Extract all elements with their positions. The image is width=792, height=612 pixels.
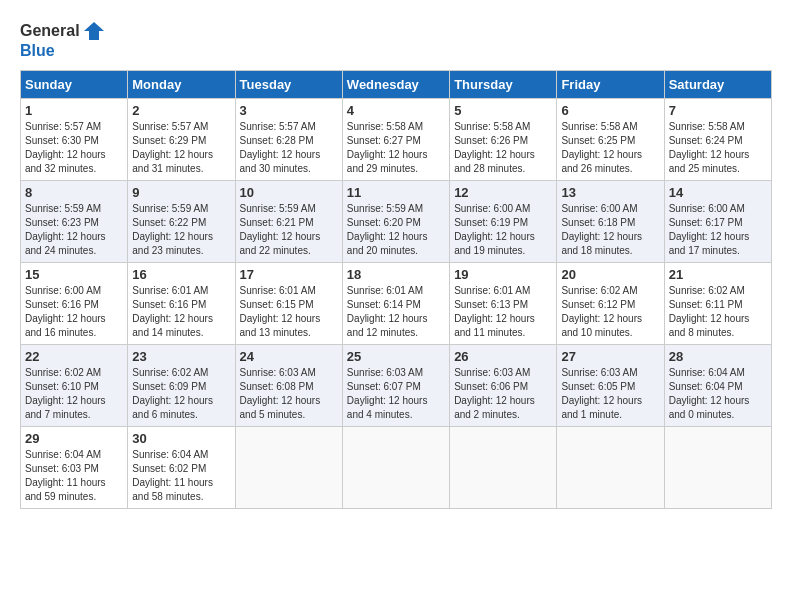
cell-content: Sunrise: 6:03 AM Sunset: 6:07 PM Dayligh…	[347, 366, 445, 422]
cell-content: Sunrise: 6:02 AM Sunset: 6:12 PM Dayligh…	[561, 284, 659, 340]
table-row: 20 Sunrise: 6:02 AM Sunset: 6:12 PM Dayl…	[557, 262, 664, 344]
table-row: 11 Sunrise: 5:59 AM Sunset: 6:20 PM Dayl…	[342, 180, 449, 262]
day-header-wednesday: Wednesday	[342, 70, 449, 98]
table-row: 6 Sunrise: 5:58 AM Sunset: 6:25 PM Dayli…	[557, 98, 664, 180]
table-row: 27 Sunrise: 6:03 AM Sunset: 6:05 PM Dayl…	[557, 344, 664, 426]
day-number: 6	[561, 103, 659, 118]
table-row: 22 Sunrise: 6:02 AM Sunset: 6:10 PM Dayl…	[21, 344, 128, 426]
cell-content: Sunrise: 6:00 AM Sunset: 6:19 PM Dayligh…	[454, 202, 552, 258]
day-number: 16	[132, 267, 230, 282]
cell-content: Sunrise: 6:02 AM Sunset: 6:11 PM Dayligh…	[669, 284, 767, 340]
cell-content: Sunrise: 5:57 AM Sunset: 6:29 PM Dayligh…	[132, 120, 230, 176]
day-number: 7	[669, 103, 767, 118]
day-number: 28	[669, 349, 767, 364]
day-number: 3	[240, 103, 338, 118]
day-number: 11	[347, 185, 445, 200]
day-number: 29	[25, 431, 123, 446]
calendar-table: SundayMondayTuesdayWednesdayThursdayFrid…	[20, 70, 772, 509]
table-row: 24 Sunrise: 6:03 AM Sunset: 6:08 PM Dayl…	[235, 344, 342, 426]
cell-content: Sunrise: 6:04 AM Sunset: 6:04 PM Dayligh…	[669, 366, 767, 422]
cell-content: Sunrise: 5:58 AM Sunset: 6:25 PM Dayligh…	[561, 120, 659, 176]
day-number: 14	[669, 185, 767, 200]
day-number: 19	[454, 267, 552, 282]
cell-content: Sunrise: 6:01 AM Sunset: 6:15 PM Dayligh…	[240, 284, 338, 340]
table-row: 7 Sunrise: 5:58 AM Sunset: 6:24 PM Dayli…	[664, 98, 771, 180]
cell-content: Sunrise: 6:00 AM Sunset: 6:18 PM Dayligh…	[561, 202, 659, 258]
day-number: 25	[347, 349, 445, 364]
day-number: 27	[561, 349, 659, 364]
table-row: 8 Sunrise: 5:59 AM Sunset: 6:23 PM Dayli…	[21, 180, 128, 262]
cell-content: Sunrise: 6:03 AM Sunset: 6:05 PM Dayligh…	[561, 366, 659, 422]
cell-content: Sunrise: 6:03 AM Sunset: 6:06 PM Dayligh…	[454, 366, 552, 422]
cell-content: Sunrise: 6:02 AM Sunset: 6:10 PM Dayligh…	[25, 366, 123, 422]
table-row: 1 Sunrise: 5:57 AM Sunset: 6:30 PM Dayli…	[21, 98, 128, 180]
table-row: 14 Sunrise: 6:00 AM Sunset: 6:17 PM Dayl…	[664, 180, 771, 262]
cell-content: Sunrise: 5:59 AM Sunset: 6:21 PM Dayligh…	[240, 202, 338, 258]
table-row: 4 Sunrise: 5:58 AM Sunset: 6:27 PM Dayli…	[342, 98, 449, 180]
cell-content: Sunrise: 6:00 AM Sunset: 6:16 PM Dayligh…	[25, 284, 123, 340]
table-row: 21 Sunrise: 6:02 AM Sunset: 6:11 PM Dayl…	[664, 262, 771, 344]
cell-content: Sunrise: 5:58 AM Sunset: 6:27 PM Dayligh…	[347, 120, 445, 176]
day-number: 21	[669, 267, 767, 282]
day-number: 30	[132, 431, 230, 446]
table-row: 12 Sunrise: 6:00 AM Sunset: 6:19 PM Dayl…	[450, 180, 557, 262]
table-row: 29 Sunrise: 6:04 AM Sunset: 6:03 PM Dayl…	[21, 426, 128, 508]
day-header-friday: Friday	[557, 70, 664, 98]
day-number: 5	[454, 103, 552, 118]
day-number: 2	[132, 103, 230, 118]
logo: General Blue	[20, 20, 104, 60]
cell-content: Sunrise: 6:01 AM Sunset: 6:14 PM Dayligh…	[347, 284, 445, 340]
cell-content: Sunrise: 6:01 AM Sunset: 6:16 PM Dayligh…	[132, 284, 230, 340]
cell-content: Sunrise: 5:57 AM Sunset: 6:28 PM Dayligh…	[240, 120, 338, 176]
day-number: 12	[454, 185, 552, 200]
day-number: 18	[347, 267, 445, 282]
table-row: 17 Sunrise: 6:01 AM Sunset: 6:15 PM Dayl…	[235, 262, 342, 344]
table-row	[664, 426, 771, 508]
table-row: 16 Sunrise: 6:01 AM Sunset: 6:16 PM Dayl…	[128, 262, 235, 344]
svg-marker-0	[84, 22, 104, 40]
table-row: 23 Sunrise: 6:02 AM Sunset: 6:09 PM Dayl…	[128, 344, 235, 426]
cell-content: Sunrise: 5:58 AM Sunset: 6:24 PM Dayligh…	[669, 120, 767, 176]
table-row: 5 Sunrise: 5:58 AM Sunset: 6:26 PM Dayli…	[450, 98, 557, 180]
day-header-monday: Monday	[128, 70, 235, 98]
table-row	[450, 426, 557, 508]
table-row: 28 Sunrise: 6:04 AM Sunset: 6:04 PM Dayl…	[664, 344, 771, 426]
day-number: 20	[561, 267, 659, 282]
day-number: 1	[25, 103, 123, 118]
day-number: 17	[240, 267, 338, 282]
cell-content: Sunrise: 6:04 AM Sunset: 6:03 PM Dayligh…	[25, 448, 123, 504]
day-number: 8	[25, 185, 123, 200]
day-number: 24	[240, 349, 338, 364]
table-row: 2 Sunrise: 5:57 AM Sunset: 6:29 PM Dayli…	[128, 98, 235, 180]
table-row: 19 Sunrise: 6:01 AM Sunset: 6:13 PM Dayl…	[450, 262, 557, 344]
table-row: 10 Sunrise: 5:59 AM Sunset: 6:21 PM Dayl…	[235, 180, 342, 262]
table-row: 9 Sunrise: 5:59 AM Sunset: 6:22 PM Dayli…	[128, 180, 235, 262]
table-row: 25 Sunrise: 6:03 AM Sunset: 6:07 PM Dayl…	[342, 344, 449, 426]
day-number: 22	[25, 349, 123, 364]
table-row	[342, 426, 449, 508]
day-number: 9	[132, 185, 230, 200]
day-number: 13	[561, 185, 659, 200]
table-row: 26 Sunrise: 6:03 AM Sunset: 6:06 PM Dayl…	[450, 344, 557, 426]
day-number: 10	[240, 185, 338, 200]
day-header-saturday: Saturday	[664, 70, 771, 98]
cell-content: Sunrise: 5:59 AM Sunset: 6:23 PM Dayligh…	[25, 202, 123, 258]
day-header-tuesday: Tuesday	[235, 70, 342, 98]
cell-content: Sunrise: 6:01 AM Sunset: 6:13 PM Dayligh…	[454, 284, 552, 340]
cell-content: Sunrise: 5:58 AM Sunset: 6:26 PM Dayligh…	[454, 120, 552, 176]
cell-content: Sunrise: 6:03 AM Sunset: 6:08 PM Dayligh…	[240, 366, 338, 422]
day-number: 15	[25, 267, 123, 282]
day-header-thursday: Thursday	[450, 70, 557, 98]
table-row: 30 Sunrise: 6:04 AM Sunset: 6:02 PM Dayl…	[128, 426, 235, 508]
table-row: 15 Sunrise: 6:00 AM Sunset: 6:16 PM Dayl…	[21, 262, 128, 344]
table-row: 3 Sunrise: 5:57 AM Sunset: 6:28 PM Dayli…	[235, 98, 342, 180]
table-row: 13 Sunrise: 6:00 AM Sunset: 6:18 PM Dayl…	[557, 180, 664, 262]
table-row	[557, 426, 664, 508]
cell-content: Sunrise: 5:59 AM Sunset: 6:20 PM Dayligh…	[347, 202, 445, 258]
day-number: 26	[454, 349, 552, 364]
table-row: 18 Sunrise: 6:01 AM Sunset: 6:14 PM Dayl…	[342, 262, 449, 344]
table-row	[235, 426, 342, 508]
day-number: 23	[132, 349, 230, 364]
cell-content: Sunrise: 6:00 AM Sunset: 6:17 PM Dayligh…	[669, 202, 767, 258]
cell-content: Sunrise: 5:59 AM Sunset: 6:22 PM Dayligh…	[132, 202, 230, 258]
